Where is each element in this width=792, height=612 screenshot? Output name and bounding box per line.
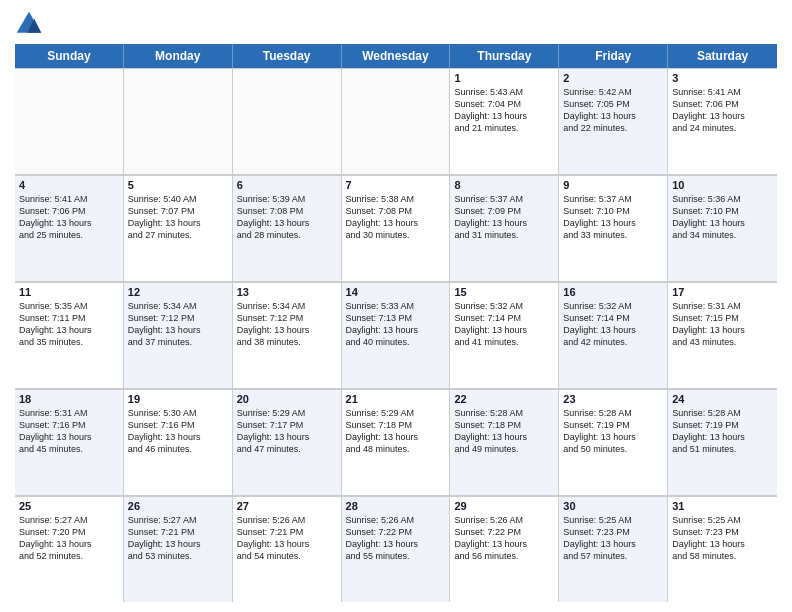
cell-line: Daylight: 13 hours xyxy=(672,217,773,229)
cell-line: Daylight: 13 hours xyxy=(128,217,228,229)
cell-line: Sunset: 7:21 PM xyxy=(237,526,337,538)
weekday-header-thursday: Thursday xyxy=(450,44,559,68)
day-number: 8 xyxy=(454,179,554,191)
cell-line: and 34 minutes. xyxy=(672,229,773,241)
cell-line: and 49 minutes. xyxy=(454,443,554,455)
weekday-header-sunday: Sunday xyxy=(15,44,124,68)
cell-line: Daylight: 13 hours xyxy=(237,217,337,229)
cell-line: Daylight: 13 hours xyxy=(128,324,228,336)
day-cell-5: 5Sunrise: 5:40 AMSunset: 7:07 PMDaylight… xyxy=(124,175,233,281)
weekday-header-tuesday: Tuesday xyxy=(233,44,342,68)
day-number: 29 xyxy=(454,500,554,512)
cell-line: Sunrise: 5:32 AM xyxy=(563,300,663,312)
day-cell-13: 13Sunrise: 5:34 AMSunset: 7:12 PMDayligh… xyxy=(233,282,342,388)
calendar-week-3: 11Sunrise: 5:35 AMSunset: 7:11 PMDayligh… xyxy=(15,282,777,389)
cell-line: Sunset: 7:04 PM xyxy=(454,98,554,110)
day-cell-28: 28Sunrise: 5:26 AMSunset: 7:22 PMDayligh… xyxy=(342,496,451,602)
cell-line: and 43 minutes. xyxy=(672,336,773,348)
calendar-week-1: 1Sunrise: 5:43 AMSunset: 7:04 PMDaylight… xyxy=(15,68,777,175)
cell-line: and 21 minutes. xyxy=(454,122,554,134)
cell-line: Sunrise: 5:29 AM xyxy=(346,407,446,419)
cell-line: Sunrise: 5:41 AM xyxy=(672,86,773,98)
cell-line: Daylight: 13 hours xyxy=(19,431,119,443)
cell-line: Daylight: 13 hours xyxy=(454,324,554,336)
cell-line: Sunset: 7:14 PM xyxy=(454,312,554,324)
calendar-body: 1Sunrise: 5:43 AMSunset: 7:04 PMDaylight… xyxy=(15,68,777,602)
cell-line: and 54 minutes. xyxy=(237,550,337,562)
cell-line: and 50 minutes. xyxy=(563,443,663,455)
cell-line: Sunrise: 5:43 AM xyxy=(454,86,554,98)
cell-line: and 58 minutes. xyxy=(672,550,773,562)
cell-line: and 48 minutes. xyxy=(346,443,446,455)
day-number: 10 xyxy=(672,179,773,191)
cell-line: Daylight: 13 hours xyxy=(237,324,337,336)
day-number: 27 xyxy=(237,500,337,512)
day-cell-11: 11Sunrise: 5:35 AMSunset: 7:11 PMDayligh… xyxy=(15,282,124,388)
cell-line: Daylight: 13 hours xyxy=(237,538,337,550)
cell-line: and 30 minutes. xyxy=(346,229,446,241)
day-cell-17: 17Sunrise: 5:31 AMSunset: 7:15 PMDayligh… xyxy=(668,282,777,388)
day-cell-3: 3Sunrise: 5:41 AMSunset: 7:06 PMDaylight… xyxy=(668,68,777,174)
day-number: 30 xyxy=(563,500,663,512)
cell-line: Daylight: 13 hours xyxy=(19,217,119,229)
day-number: 26 xyxy=(128,500,228,512)
day-cell-19: 19Sunrise: 5:30 AMSunset: 7:16 PMDayligh… xyxy=(124,389,233,495)
day-cell-9: 9Sunrise: 5:37 AMSunset: 7:10 PMDaylight… xyxy=(559,175,668,281)
day-cell-15: 15Sunrise: 5:32 AMSunset: 7:14 PMDayligh… xyxy=(450,282,559,388)
cell-line: Daylight: 13 hours xyxy=(672,538,773,550)
day-cell-24: 24Sunrise: 5:28 AMSunset: 7:19 PMDayligh… xyxy=(668,389,777,495)
cell-line: and 51 minutes. xyxy=(672,443,773,455)
cell-line: and 38 minutes. xyxy=(237,336,337,348)
cell-line: and 53 minutes. xyxy=(128,550,228,562)
day-number: 5 xyxy=(128,179,228,191)
day-number: 11 xyxy=(19,286,119,298)
day-cell-18: 18Sunrise: 5:31 AMSunset: 7:16 PMDayligh… xyxy=(15,389,124,495)
day-cell-16: 16Sunrise: 5:32 AMSunset: 7:14 PMDayligh… xyxy=(559,282,668,388)
cell-line: Sunrise: 5:37 AM xyxy=(563,193,663,205)
cell-line: Sunrise: 5:26 AM xyxy=(454,514,554,526)
cell-line: Daylight: 13 hours xyxy=(346,538,446,550)
cell-line: Sunrise: 5:29 AM xyxy=(237,407,337,419)
day-number: 13 xyxy=(237,286,337,298)
day-cell-4: 4Sunrise: 5:41 AMSunset: 7:06 PMDaylight… xyxy=(15,175,124,281)
calendar-week-2: 4Sunrise: 5:41 AMSunset: 7:06 PMDaylight… xyxy=(15,175,777,282)
cell-line: Sunrise: 5:34 AM xyxy=(128,300,228,312)
day-number: 31 xyxy=(672,500,773,512)
cell-line: Sunset: 7:09 PM xyxy=(454,205,554,217)
day-number: 3 xyxy=(672,72,773,84)
day-cell-10: 10Sunrise: 5:36 AMSunset: 7:10 PMDayligh… xyxy=(668,175,777,281)
calendar: SundayMondayTuesdayWednesdayThursdayFrid… xyxy=(15,44,777,602)
cell-line: and 57 minutes. xyxy=(563,550,663,562)
day-number: 15 xyxy=(454,286,554,298)
day-number: 1 xyxy=(454,72,554,84)
cell-line: Sunset: 7:08 PM xyxy=(237,205,337,217)
header xyxy=(15,10,777,38)
cell-line: Sunset: 7:18 PM xyxy=(346,419,446,431)
weekday-header-friday: Friday xyxy=(559,44,668,68)
cell-line: Sunrise: 5:28 AM xyxy=(672,407,773,419)
cell-line: Sunset: 7:05 PM xyxy=(563,98,663,110)
cell-line: Daylight: 13 hours xyxy=(454,110,554,122)
page: SundayMondayTuesdayWednesdayThursdayFrid… xyxy=(0,0,792,612)
cell-line: Sunset: 7:06 PM xyxy=(19,205,119,217)
cell-line: Sunrise: 5:25 AM xyxy=(563,514,663,526)
day-cell-7: 7Sunrise: 5:38 AMSunset: 7:08 PMDaylight… xyxy=(342,175,451,281)
day-number: 18 xyxy=(19,393,119,405)
cell-line: Sunrise: 5:42 AM xyxy=(563,86,663,98)
cell-line: and 33 minutes. xyxy=(563,229,663,241)
cell-line: Sunset: 7:17 PM xyxy=(237,419,337,431)
cell-line: and 55 minutes. xyxy=(346,550,446,562)
cell-line: Sunrise: 5:39 AM xyxy=(237,193,337,205)
cell-line: Sunset: 7:22 PM xyxy=(454,526,554,538)
day-number: 20 xyxy=(237,393,337,405)
cell-line: Sunset: 7:12 PM xyxy=(237,312,337,324)
cell-line: Daylight: 13 hours xyxy=(128,538,228,550)
day-number: 14 xyxy=(346,286,446,298)
logo xyxy=(15,10,47,38)
cell-line: Sunset: 7:10 PM xyxy=(563,205,663,217)
cell-line: Sunrise: 5:31 AM xyxy=(672,300,773,312)
cell-line: Sunset: 7:23 PM xyxy=(672,526,773,538)
cell-line: Sunrise: 5:27 AM xyxy=(19,514,119,526)
cell-line: Daylight: 13 hours xyxy=(563,538,663,550)
day-number: 19 xyxy=(128,393,228,405)
